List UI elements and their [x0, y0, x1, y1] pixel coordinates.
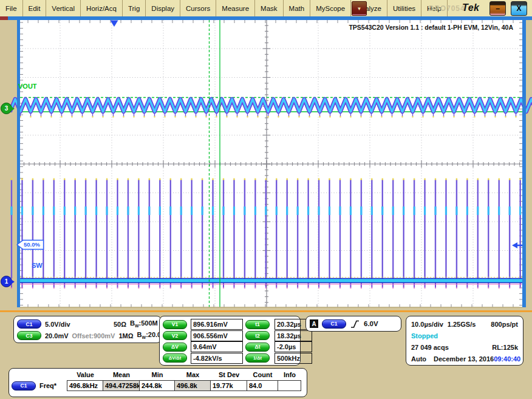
date-display: December 13, 2016 — [434, 355, 494, 363]
cursor-t2-value: 18.32µs — [275, 330, 312, 341]
header-stdev: St Dev — [211, 371, 247, 378]
cursor-dv-badge: ΔV — [163, 343, 187, 352]
close-icon: X — [516, 4, 521, 13]
channel3-badge[interactable]: C3 — [17, 331, 41, 340]
menu-trig[interactable]: Trig — [123, 0, 146, 16]
menu-edit[interactable]: Edit — [23, 0, 47, 16]
measure-channel-badge[interactable]: C1 — [12, 381, 36, 390]
graticule-canvas — [0, 16, 532, 310]
annotation-text: TPS543C20 Version 1.1 : default 1-PH EVM… — [349, 24, 513, 31]
channel3-position-marker[interactable]: 3 — [1, 103, 12, 114]
trigger-group-badge: A — [310, 319, 318, 328]
cell-mean: 494.47258k — [103, 380, 140, 391]
timebase-box: 10.0µs/div 1.25GS/s 800ps/pt Stopped 27 … — [406, 316, 523, 366]
ch1-scale: 5.0V/div — [45, 321, 98, 328]
trigger-level-flag[interactable]: 50.0% — [16, 239, 44, 250]
menu-mask[interactable]: Mask — [255, 0, 283, 16]
menu-math[interactable]: Math — [284, 0, 311, 16]
menu-measure[interactable]: Measure — [216, 0, 255, 16]
table-row: C1 Freq* 496.8kHz 494.47258k 244.8k 496.… — [12, 380, 304, 392]
oscilloscope-screen: File Edit Vertical Horiz/Acq Trig Displa… — [0, 0, 532, 399]
measure-name: Freq* — [39, 382, 56, 389]
channel-scale-box: C1 5.0V/div 50Ω BW:500M C3 20.0mV Offset… — [13, 316, 162, 343]
model-watermark: DPO7054 — [429, 4, 465, 13]
cursor-v1-badge: V1 — [163, 320, 187, 329]
acquisition-state: Stopped — [411, 332, 438, 339]
cursor-dvdt-value: -4.82kV/s — [191, 353, 243, 364]
measurement-table-header: Value Mean Min Max St Dev Count Info — [12, 370, 304, 380]
timebase-scale: 10.0µs/div — [411, 321, 443, 328]
measurement-table: Value Mean Min Max St Dev Count Info C1 … — [9, 368, 307, 397]
menu-cursors[interactable]: Cursors — [180, 0, 216, 16]
cursor-v2-badge: V2 — [163, 331, 187, 340]
menu-utilities[interactable]: Utilities — [387, 0, 421, 16]
acquisition-count: 27 049 acqs — [411, 344, 449, 351]
header-count: Count — [247, 371, 278, 378]
cell-info — [278, 380, 301, 391]
cell-value: 496.8kHz — [67, 380, 103, 391]
ch1-impedance: 50Ω — [102, 321, 126, 328]
cell-max: 496.8k — [174, 380, 211, 391]
cursor-dt-badge: Δt — [245, 343, 270, 352]
cursor-t2-badge: t2 — [245, 331, 270, 340]
vout-trace-label: VOUT — [18, 83, 37, 90]
header-value: Value — [67, 371, 103, 378]
ch3-impedance: 1MΩ — [118, 332, 133, 339]
channel1-badge[interactable]: C1 — [17, 319, 41, 329]
cursor-readout-box: V1 896.916mV t1 20.32µs V2 906.556mV t2 … — [159, 316, 301, 366]
rising-edge-icon — [350, 319, 360, 329]
menu-vertical[interactable]: Vertical — [46, 0, 81, 16]
cursor-1dt-badge: 1/Δt — [245, 353, 270, 363]
cell-stdev: 19.77k — [210, 380, 247, 391]
menu-file[interactable]: File — [0, 0, 23, 16]
sample-rate: 1.25GS/s — [448, 321, 476, 328]
close-button[interactable]: X — [511, 1, 527, 16]
cursor-1dt-value: 500kHz — [275, 353, 312, 364]
tek-logo: Tek — [462, 2, 479, 13]
ch1-bandwidth: BW:500M — [130, 319, 158, 328]
minimize-button[interactable]: – — [489, 1, 506, 16]
cursor-dv-value: 9.64mV — [191, 341, 243, 352]
ch3-offset: Offset:900mV — [72, 332, 115, 339]
cursor-dt-value: -2.0µs — [275, 341, 312, 352]
record-length: RL:125k — [492, 344, 518, 351]
menu-display[interactable]: Display — [146, 0, 180, 16]
header-min: Min — [140, 371, 175, 378]
readout-panel: C1 5.0V/div 50Ω BW:500M C3 20.0mV Offset… — [0, 310, 532, 399]
minimize-icon: – — [496, 4, 500, 13]
trigger-level-value: 6.0V — [364, 320, 378, 327]
sw-trace-label: SW — [32, 262, 43, 269]
cursor-dvdt-badge: ΔV/Δt — [163, 353, 187, 363]
header-mean: Mean — [103, 371, 140, 378]
channel1-position-marker[interactable]: 1 — [1, 276, 12, 287]
cursor-t1-badge: t1 — [245, 320, 270, 329]
cell-count: 84.0 — [247, 380, 278, 391]
channel1-number: 1 — [5, 278, 9, 285]
waveform-display: TPS543C20 Version 1.1 : default 1-PH EVM… — [0, 16, 532, 310]
header-info: Info — [278, 371, 301, 378]
channel3-number: 3 — [5, 105, 9, 112]
cursor-v2-value: 906.556mV — [191, 330, 243, 341]
cursor-v1-value: 896.916mV — [191, 319, 243, 330]
ch3-scale: 20.0mV — [45, 332, 69, 339]
menu-horiz-acq[interactable]: Horiz/Acq — [81, 0, 123, 16]
sample-resolution: 800ps/pt — [491, 321, 518, 328]
cell-min: 244.8k — [139, 380, 175, 391]
menu-myscope[interactable]: MyScope — [310, 0, 351, 16]
time-display: 09:40:40 — [494, 355, 520, 363]
trigger-mode: Auto — [411, 355, 426, 363]
menu-collapse-button[interactable]: ▼ — [352, 1, 367, 16]
trigger-source-badge[interactable]: C1 — [322, 319, 346, 329]
triangle-down-icon: ▼ — [357, 6, 362, 12]
header-max: Max — [175, 371, 211, 378]
trigger-readout-box: A C1 6.0V — [305, 316, 401, 332]
trigger-level-percent: 50.0% — [24, 241, 40, 248]
